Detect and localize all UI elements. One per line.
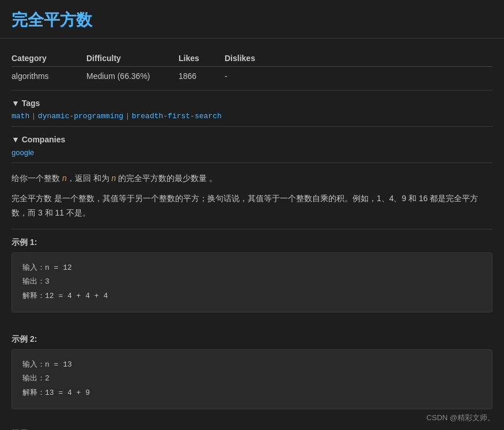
- example-1-explanation: 解释：12 = 4 + 4 + 4: [22, 289, 482, 304]
- page-title: 完全平方数: [0, 0, 504, 39]
- desc-suffix-1: 的完全平方数的最少数量 。: [116, 173, 217, 183]
- tag-sep-1: |: [33, 111, 37, 120]
- col-header-difficulty: Difficulty: [86, 50, 179, 67]
- tag-sep-2: |: [127, 111, 131, 120]
- meta-table-section: Category Difficulty Likes Dislikes algor…: [12, 50, 492, 90]
- desc-middle: ，返回 和为: [67, 173, 112, 183]
- cell-category: algorithms: [12, 67, 86, 85]
- example-1-box: 输入：n = 12 输出：3 解释：12 = 4 + 4 + 4: [12, 252, 492, 312]
- example-1-title: 示例 1:: [12, 237, 492, 248]
- tags-header: ▼ Tags: [12, 99, 492, 108]
- meta-table: Category Difficulty Likes Dislikes algor…: [12, 50, 492, 84]
- companies-list: google: [12, 148, 492, 157]
- cell-dislikes: -: [225, 67, 492, 85]
- tag-dynamic-programming[interactable]: dynamic-programming: [38, 112, 123, 120]
- col-header-dislikes: Dislikes: [225, 50, 492, 67]
- example-2-box: 输入：n = 13 输出：2 解释：13 = 4 + 9: [12, 349, 492, 409]
- tags-list: math | dynamic-programming | breadth-fir…: [12, 111, 492, 120]
- description-line-1: 给你一个整数 n，返回 和为 n 的完全平方数的最少数量 。: [12, 171, 492, 186]
- col-header-likes: Likes: [179, 50, 225, 67]
- tags-section: ▼ Tags math | dynamic-programming | brea…: [12, 99, 492, 127]
- example-1-output: 输出：3: [22, 275, 482, 289]
- company-google[interactable]: google: [12, 148, 34, 157]
- companies-section: ▼ Companies google: [12, 135, 492, 163]
- description-section: 给你一个整数 n，返回 和为 n 的完全平方数的最少数量 。 完全平方数 是一个…: [12, 171, 492, 229]
- example-2-title: 示例 2:: [12, 334, 492, 345]
- example-2-output: 输出：2: [22, 372, 482, 386]
- example-2-section: 示例 2: 输入：n = 13 输出：2 解释：13 = 4 + 9: [12, 334, 492, 423]
- desc-prefix-1: 给你一个整数: [12, 173, 62, 183]
- table-row: algorithms Medium (66.36%) 1866 -: [12, 67, 492, 85]
- desc-n-1: n: [62, 173, 67, 183]
- example-2-input: 输入：n = 13: [22, 358, 482, 372]
- watermark: CSDN @精彩文师。: [426, 413, 495, 423]
- description-line-2: 完全平方数 是一个整数，其值等于另一个整数的平方；换句话说，其值等于一个整数自乘…: [12, 191, 492, 220]
- example-1-input: 输入：n = 12: [22, 261, 482, 276]
- tag-math[interactable]: math: [12, 112, 29, 120]
- cell-difficulty: Medium (66.36%): [86, 67, 179, 85]
- example-1-section: 示例 1: 输入：n = 12 输出：3 解释：12 = 4 + 4 + 4: [12, 237, 492, 326]
- companies-header: ▼ Companies: [12, 135, 492, 144]
- example-2-explanation: 解释：13 = 4 + 9: [22, 386, 482, 401]
- cell-likes: 1866: [179, 67, 225, 85]
- tag-breadth-first-search[interactable]: breadth-first-search: [132, 112, 222, 120]
- col-header-category: Category: [12, 50, 86, 67]
